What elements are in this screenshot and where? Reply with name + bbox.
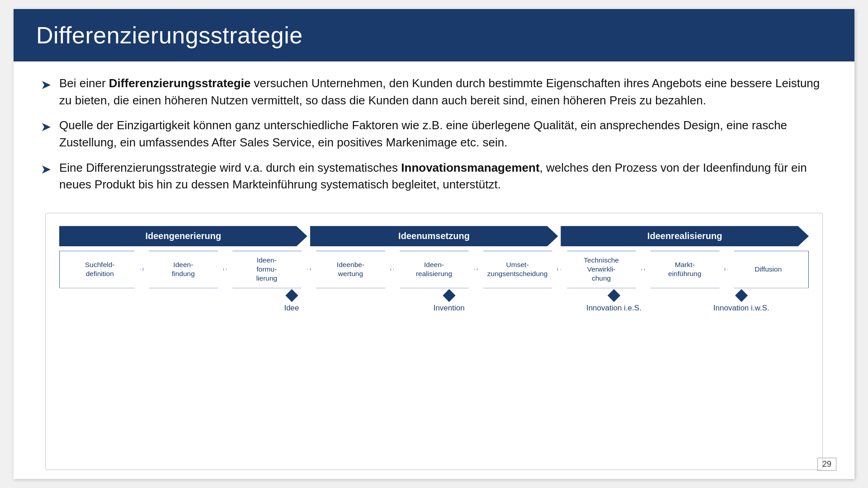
- step-ideenbewertung: Ideenbe-wertung: [310, 251, 392, 288]
- bullet-list: ➤ Bei einer Differenzierungsstrategie ve…: [41, 75, 827, 202]
- step-markteinfuehrung: Markt-einführung: [644, 251, 726, 288]
- bullet-item-1: ➤ Bei einer Differenzierungsstrategie ve…: [41, 75, 827, 109]
- label-invention: Invention: [434, 291, 465, 313]
- label-innovation-ies-text: Innovation i.e.S.: [586, 304, 642, 313]
- slide-content: ➤ Bei einer Differenzierungsstrategie ve…: [14, 61, 854, 479]
- bullet-item-3: ➤ Eine Differenzierungsstrategie wird v.…: [41, 160, 827, 193]
- bold-differenzierung: Differenzierungsstrategie: [109, 76, 251, 90]
- step-technische-verwirklichung: TechnischeVerwirkli-chung: [561, 251, 642, 288]
- diagram-inner: Ideengenerierung Ideenumsetzung Ideenrea…: [59, 226, 809, 327]
- diamond-innovation-iws: [735, 289, 748, 301]
- page-number: 29: [817, 458, 836, 471]
- bullet-text-2: Quelle der Einzigartigkeit können ganz u…: [59, 117, 827, 151]
- bullet-text-1: Bei einer Differenzierungsstrategie vers…: [59, 75, 827, 109]
- bullet-item-2: ➤ Quelle der Einzigartigkeit können ganz…: [41, 117, 827, 151]
- phase2-header: Ideenumsetzung: [310, 226, 558, 246]
- diamond-idee: [285, 289, 298, 301]
- step-umsetzungsentscheidung: Umset-zungsentscheidung: [477, 251, 558, 288]
- slide-header: Differenzierungsstrategie: [14, 9, 854, 61]
- label-idee-text: Idee: [284, 304, 299, 313]
- slide-title: Differenzierungsstrategie: [36, 22, 303, 49]
- diamond-invention: [443, 289, 455, 301]
- bullet-text-3: Eine Differenzierungsstrategie wird v.a.…: [59, 160, 827, 193]
- label-innovation-ies: Innovation i.e.S.: [586, 291, 642, 313]
- slide: Differenzierungsstrategie ➤ Bei einer Di…: [14, 9, 854, 479]
- label-innovation-iws: Innovation i.w.S.: [713, 291, 769, 313]
- label-innovation-iws-text: Innovation i.w.S.: [713, 304, 769, 313]
- step-ideenrealisierung: Ideen-realisierung: [393, 251, 475, 288]
- label-invention-text: Invention: [434, 304, 465, 313]
- bullet-arrow-2: ➤: [41, 118, 51, 136]
- phase3-header: Ideenrealisierung: [561, 226, 809, 246]
- step-suchfeld: Suchfeld-definition: [59, 251, 141, 288]
- step-ideenfindung: Ideen-findung: [143, 251, 224, 288]
- step-diffusion: Diffusion: [727, 251, 809, 288]
- bullet-arrow-1: ➤: [41, 76, 51, 94]
- bullet-arrow-3: ➤: [41, 160, 51, 179]
- label-idee: Idee: [284, 291, 299, 313]
- innovation-diagram: Ideengenerierung Ideenumsetzung Ideenrea…: [45, 213, 823, 470]
- phase1-header: Ideengenerierung: [59, 226, 307, 246]
- step-ideenformulierung: Ideen-formu-lierung: [226, 251, 307, 288]
- bold-innovationsmanagement: Innovationsmanagement: [401, 161, 539, 174]
- diamond-innovation-ies: [608, 289, 620, 301]
